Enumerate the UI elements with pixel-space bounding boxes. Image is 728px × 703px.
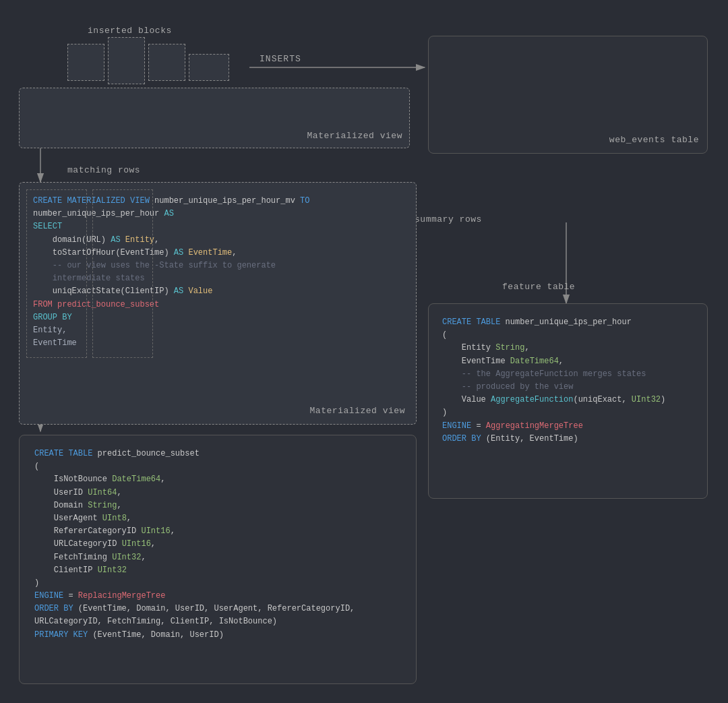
inserted-blocks-label: inserted blocks xyxy=(88,26,172,36)
matching-rows-label: matching rows xyxy=(67,165,140,175)
summary-rows-label: summary rows xyxy=(415,214,482,224)
materialized-view-top-label: Materialized view xyxy=(307,131,402,141)
materialized-view-code: CREATE MATERIALIZED VIEW number_unique_i… xyxy=(33,195,402,350)
insert-block-1 xyxy=(67,44,104,81)
predict-subset-code-box: CREATE TABLE predict_bounce_subset ( IsN… xyxy=(19,435,417,684)
inserts-label: INSERTS xyxy=(260,54,301,64)
web-events-table-label: web_events table xyxy=(609,135,699,145)
materialized-view-code-box: CREATE MATERIALIZED VIEW number_unique_i… xyxy=(19,182,417,425)
materialized-view-top-box: Materialized view xyxy=(19,88,410,148)
feature-table-code: CREATE TABLE number_unique_ips_per_hour … xyxy=(442,316,694,446)
feature-table-label: feature table xyxy=(502,282,575,292)
diagram-container: inserted blocks INSERTS web_events table… xyxy=(0,0,728,703)
materialized-view-bottom-label: Materialized view xyxy=(310,406,405,416)
insert-block-4 xyxy=(189,54,229,81)
feature-table-code-box: CREATE TABLE number_unique_ips_per_hour … xyxy=(428,303,708,499)
insert-block-3 xyxy=(148,44,185,81)
insert-block-2 xyxy=(108,37,145,84)
predict-subset-code: CREATE TABLE predict_bounce_subset ( IsN… xyxy=(34,448,401,642)
web-events-table-box: web_events table xyxy=(428,36,708,154)
